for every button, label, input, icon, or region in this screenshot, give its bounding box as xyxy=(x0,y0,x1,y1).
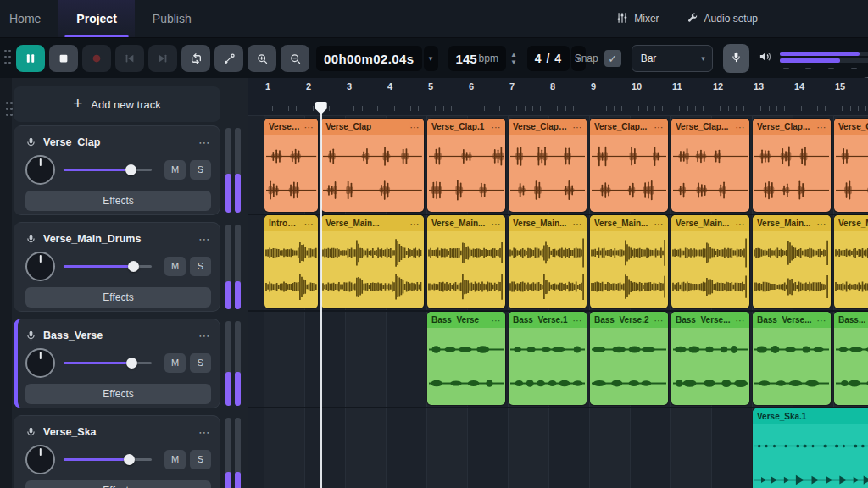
solo-button[interactable]: S xyxy=(190,450,211,469)
tab-home[interactable]: Home xyxy=(0,0,58,37)
track-menu-icon[interactable]: ⋯ xyxy=(198,428,211,436)
track-name[interactable]: Verse_Main_Drums xyxy=(43,233,192,245)
bar-ruler[interactable]: 123456789101112131415 xyxy=(248,78,868,116)
clip-verse_clap[interactable]: Verse_Clap⋯ xyxy=(321,119,424,212)
tempo-display[interactable]: 145 bpm xyxy=(448,46,506,71)
clip-verse_clap[interactable]: Verse_Clap.1⋯ xyxy=(427,119,505,212)
clip-menu-icon[interactable]: ⋯ xyxy=(492,220,502,227)
mixer-button[interactable]: Mixer xyxy=(616,12,659,26)
track-menu-icon[interactable]: ⋯ xyxy=(198,138,211,147)
pan-knob[interactable] xyxy=(25,252,55,281)
clip-verse_clap[interactable]: Verse_Clap...⋯ xyxy=(590,119,668,212)
add-new-track-button[interactable]: + Add new track xyxy=(14,86,220,122)
stepper-down-icon[interactable]: ▼ xyxy=(510,59,517,66)
clip-bass_verse[interactable]: Bass_Verse...⋯ xyxy=(671,312,749,405)
clip-menu-icon[interactable]: ⋯ xyxy=(817,220,827,227)
mute-button[interactable]: M xyxy=(164,160,186,180)
clip-verse_main_drums[interactable]: Verse_Main...⋯ xyxy=(590,215,668,308)
volume-slider[interactable] xyxy=(64,164,152,175)
slider-thumb[interactable] xyxy=(128,261,139,272)
clip-verse_main_drums[interactable]: Verse_Main...⋯ xyxy=(427,215,505,308)
stepper-up-icon[interactable]: ▲ xyxy=(510,52,517,58)
volume-slider[interactable] xyxy=(64,358,152,369)
slider-thumb[interactable] xyxy=(126,358,137,369)
slider-thumb[interactable] xyxy=(124,454,135,465)
clip-menu-icon[interactable]: ⋯ xyxy=(654,220,665,227)
clip-menu-icon[interactable]: ⋯ xyxy=(492,124,502,130)
grid-resolution-select[interactable]: Bar ▾ xyxy=(632,45,713,72)
time-display[interactable]: 00h00m02.04s xyxy=(316,46,422,71)
clip-menu-icon[interactable]: ⋯ xyxy=(573,220,583,227)
clip-menu-icon[interactable]: ⋯ xyxy=(817,317,827,324)
time-signature-display[interactable]: 4 / 4 xyxy=(527,46,570,71)
clip-bass_verse[interactable]: Bass_Verse.2⋯ xyxy=(590,312,668,405)
zoom-in-button[interactable] xyxy=(248,45,276,72)
clip-menu-icon[interactable]: ⋯ xyxy=(492,317,502,324)
clip-verse_clap[interactable]: Verse_Clap...⋯ xyxy=(753,119,831,212)
clip-menu-icon[interactable]: ⋯ xyxy=(817,124,827,130)
clip-verse_clap[interactable]: Verse_Clap...⋯ xyxy=(671,119,749,212)
solo-button[interactable]: S xyxy=(190,257,211,276)
clip-bass_verse[interactable]: Bass... xyxy=(834,312,868,405)
clip-menu-icon[interactable]: ⋯ xyxy=(409,124,420,130)
record-button[interactable] xyxy=(82,45,111,72)
clip-verse_ska[interactable]: Verse_Ska.1⋯ xyxy=(753,408,868,488)
track-card-bass_verse[interactable]: Bass_Verse⋯MSEffects xyxy=(14,319,220,408)
volume-slider[interactable] xyxy=(64,454,152,465)
clip-verse_main_drums[interactable]: Verse_Main...⋯ xyxy=(509,215,587,308)
track-card-verse_clap[interactable]: Verse_Clap⋯MSEffects xyxy=(14,125,220,215)
effects-button[interactable]: Effects xyxy=(25,287,211,308)
stop-button[interactable] xyxy=(49,45,78,72)
volume-slider[interactable] xyxy=(64,261,152,272)
clip-verse_clap[interactable]: Verse_Cla... xyxy=(834,119,868,212)
clip-menu-icon[interactable]: ⋯ xyxy=(573,124,583,130)
clip-menu-icon[interactable]: ⋯ xyxy=(304,124,314,130)
pan-knob[interactable] xyxy=(25,155,55,185)
track-name[interactable]: Verse_Clap xyxy=(43,136,192,148)
clip-menu-icon[interactable]: ⋯ xyxy=(736,124,746,130)
pan-knob[interactable] xyxy=(25,348,55,378)
slider-thumb[interactable] xyxy=(125,164,136,175)
clip-menu-icon[interactable]: ⋯ xyxy=(304,220,314,227)
loop-button[interactable] xyxy=(181,45,210,72)
effects-button[interactable]: Effects xyxy=(25,480,211,488)
clip-verse_main_drums[interactable]: Verse_Main...⋯ xyxy=(321,215,424,308)
skip-forward-button[interactable] xyxy=(148,45,177,72)
clip-menu-icon[interactable]: ⋯ xyxy=(409,220,420,227)
tab-project[interactable]: Project xyxy=(58,0,134,37)
transport-drag-handle-icon[interactable] xyxy=(4,50,13,68)
track-name[interactable]: Bass_Verse xyxy=(43,330,192,341)
audio-setup-button[interactable]: Audio setup xyxy=(687,12,758,26)
mute-button[interactable]: M xyxy=(164,353,186,373)
master-volume-button[interactable] xyxy=(759,51,772,66)
pan-knob[interactable] xyxy=(25,445,55,474)
solo-button[interactable]: S xyxy=(190,353,211,373)
automation-button[interactable] xyxy=(214,45,243,72)
mic-input-button[interactable] xyxy=(723,44,749,73)
track-menu-icon[interactable]: ⋯ xyxy=(198,235,211,243)
track-card-verse_main_drums[interactable]: Verse_Main_Drums⋯MSEffects xyxy=(14,222,220,312)
zoom-out-button[interactable] xyxy=(281,45,309,72)
mute-button[interactable]: M xyxy=(164,450,186,469)
clip-menu-icon[interactable]: ⋯ xyxy=(736,317,746,324)
skip-back-button[interactable] xyxy=(115,45,144,72)
pause-button[interactable] xyxy=(16,45,45,72)
track-menu-icon[interactable]: ⋯ xyxy=(198,331,211,340)
clip-menu-icon[interactable]: ⋯ xyxy=(654,124,665,130)
snap-checkbox[interactable]: ✓ xyxy=(604,50,621,67)
solo-button[interactable]: S xyxy=(190,160,211,180)
playhead[interactable] xyxy=(320,102,322,488)
effects-button[interactable]: Effects xyxy=(25,191,211,211)
clip-bass_verse[interactable]: Bass_Verse...⋯ xyxy=(753,312,831,405)
effects-button[interactable]: Effects xyxy=(25,384,211,404)
clip-verse_main_drums[interactable]: Verse_Main...⋯ xyxy=(671,215,749,308)
clip-menu-icon[interactable]: ⋯ xyxy=(573,317,583,324)
clip-menu-icon[interactable]: ⋯ xyxy=(736,220,746,227)
clip-bass_verse[interactable]: Bass_Verse⋯ xyxy=(427,312,505,405)
time-format-dropdown[interactable]: ▾ xyxy=(424,46,438,71)
clip-bass_verse[interactable]: Bass_Verse.1⋯ xyxy=(509,312,587,405)
clip-verse_main_drums[interactable]: Intro_Percus_⋯ xyxy=(264,215,318,308)
clip-verse_clap[interactable]: Verse_Clap⋯ xyxy=(264,119,318,212)
tab-publish[interactable]: Publish xyxy=(135,0,209,37)
clip-menu-icon[interactable]: ⋯ xyxy=(654,317,665,324)
